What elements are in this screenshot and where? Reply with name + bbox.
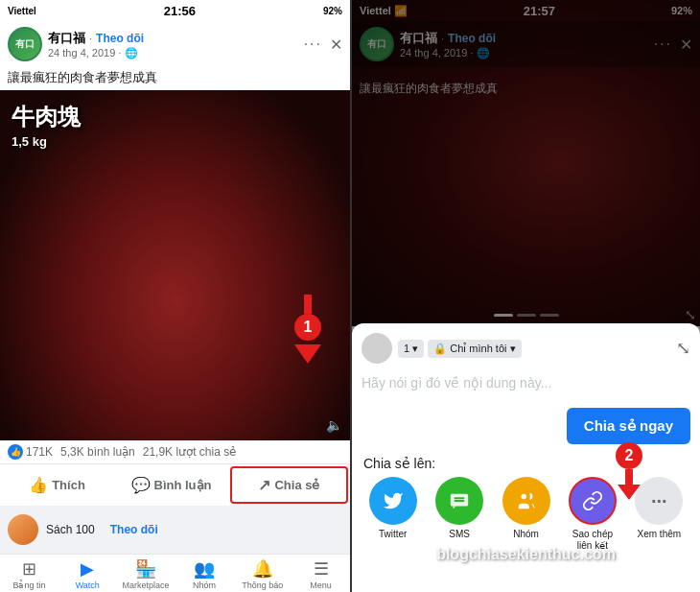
left-video-content: 牛肉塊 1,5 kg xyxy=(0,90,350,440)
nav-item-bangtin[interactable]: ⊞ Bảng tin xyxy=(0,558,58,590)
share-expand-icon[interactable]: ⤡ xyxy=(676,338,690,359)
left-arrow-stem xyxy=(304,295,312,314)
share-audience-dropdown1[interactable]: 1 ▾ xyxy=(398,340,424,358)
left-phone-panel: Viettel 21:56 92% 有口 有口福 · Theo dõi 24 t… xyxy=(0,0,350,592)
left-video-title: 牛肉塊 xyxy=(12,102,81,132)
nav-item-nhom[interactable]: 👥 Nhóm xyxy=(175,558,233,590)
bangtin-label: Bảng tin xyxy=(12,580,45,590)
left-next-post: Sách 100 Theo dõi xyxy=(0,506,350,554)
left-stats-row: 👍 171K 5,3K bình luận 21,9K lượt chia sẻ xyxy=(0,440,350,463)
share-option-sms[interactable]: SMS xyxy=(426,477,492,552)
nav-item-thongbao[interactable]: 🔔 Thông báo xyxy=(233,558,292,590)
thongbao-label: Thông báo xyxy=(242,580,283,590)
modal-backdrop[interactable] xyxy=(352,0,700,323)
left-follow-button[interactable]: Theo dõi xyxy=(96,32,144,45)
comment-label: Bình luận xyxy=(154,478,212,492)
close-post-icon[interactable]: ✕ xyxy=(330,36,342,54)
copy-link-icon xyxy=(569,477,617,525)
share-modal-overlay: 1 ▾ 🔒 Chỉ mình tôi ▾ ⤡ Hãy nói gì đó về … xyxy=(352,0,700,592)
left-preview-follow[interactable]: Theo dõi xyxy=(110,523,158,536)
left-status-bar: Viettel 21:56 92% xyxy=(0,0,350,21)
left-post-header: 有口 有口福 · Theo dõi 24 thg 4, 2019 · 🌐 ···… xyxy=(0,21,350,67)
twitter-icon xyxy=(369,477,417,525)
nhom-label: Nhóm xyxy=(193,580,216,590)
bangtin-icon: ⊞ xyxy=(22,558,36,580)
left-like-count: 171K xyxy=(26,445,53,459)
left-volume-icon[interactable]: 🔈 xyxy=(326,417,342,433)
comment-icon: 💬 xyxy=(131,476,151,494)
left-like-stat: 👍 171K xyxy=(8,444,53,460)
like-icon: 👍 xyxy=(29,476,48,494)
left-post-meta: 有口福 · Theo dõi 24 thg 4, 2019 · 🌐 xyxy=(48,30,304,59)
left-battery: 92% xyxy=(323,6,342,16)
more-share-label: Xem thêm xyxy=(638,529,682,540)
left-like-button[interactable]: 👍 Thích xyxy=(0,464,114,506)
right-arrow-down xyxy=(618,485,641,500)
share-user-row: 1 ▾ 🔒 Chỉ mình tôi ▾ ⤡ xyxy=(362,333,690,364)
nhom-share-label: Nhóm xyxy=(513,529,539,540)
left-time: 21:56 xyxy=(164,4,196,18)
left-account-name: 有口福 xyxy=(48,30,85,47)
left-weight-label: 1,5 kg xyxy=(12,134,81,149)
share-audience-dropdown2[interactable]: 🔒 Chỉ mình tôi ▾ xyxy=(428,340,521,358)
left-carrier: Viettel xyxy=(8,6,36,16)
like-label: Thích xyxy=(52,478,85,492)
left-comment-count: 5,3K bình luận xyxy=(60,445,135,459)
watch-label: Watch xyxy=(76,580,100,590)
left-arrow-annotation: 1 xyxy=(294,296,321,364)
share-now-row: Chia sẻ ngay 2 xyxy=(352,404,700,448)
share-options-row: Twitter SMS xyxy=(352,477,700,563)
share-option-nhom[interactable]: Nhóm xyxy=(493,477,559,552)
share-modal: 1 ▾ 🔒 Chỉ mình tôi ▾ ⤡ Hãy nói gì đó về … xyxy=(352,323,700,592)
right-number-badge: 2 xyxy=(616,442,642,469)
right-arrow-stem xyxy=(625,469,633,485)
left-post-date: 24 thg 4, 2019 · 🌐 xyxy=(48,47,304,59)
more-options-icon[interactable]: ··· xyxy=(304,36,322,53)
left-preview-name: Sách 100 xyxy=(46,523,95,536)
share-user-avatar xyxy=(362,333,392,364)
menu-label: Menu xyxy=(310,580,332,590)
menu-icon: ☰ xyxy=(314,558,329,580)
nav-item-menu[interactable]: ☰ Menu xyxy=(292,558,350,590)
share-label: Chia sẻ xyxy=(274,478,319,492)
left-preview-avatar xyxy=(8,514,38,545)
left-avatar: 有口 xyxy=(8,27,42,61)
thongbao-icon: 🔔 xyxy=(252,558,273,580)
left-share-button[interactable]: ↗ Chia sẻ xyxy=(230,466,348,504)
left-action-row: 👍 Thích 💬 Bình luận ↗ Chia sẻ xyxy=(0,463,350,506)
nhom-share-icon xyxy=(502,477,550,525)
left-like-emoji: 👍 xyxy=(8,444,23,460)
left-number-badge: 1 xyxy=(294,314,321,341)
left-share-count: 21,9K lượt chia sẻ xyxy=(143,445,236,459)
right-phone-panel: Viettel 📶 21:57 92% 有口 有口福 · Theo dõi 24… xyxy=(352,0,700,592)
share-text-input[interactable]: Hãy nói gì đó về nội dung này... xyxy=(362,371,690,394)
left-video-overlay: 牛肉塊 1,5 kg xyxy=(12,102,81,149)
left-post-caption: 讓最瘋狂的肉食者夢想成真 xyxy=(0,67,350,90)
right-arrow-annotation: 2 xyxy=(616,442,642,500)
share-to-label: Chia sẻ lên: xyxy=(352,448,700,477)
marketplace-label: Marketplace xyxy=(123,580,170,590)
svg-point-1 xyxy=(521,494,526,500)
share-compose-area: 1 ▾ 🔒 Chỉ mình tôi ▾ ⤡ Hãy nói gì đó về … xyxy=(352,323,700,404)
twitter-label: Twitter xyxy=(379,529,407,540)
copy-link-label: Sao chépliên kết xyxy=(572,529,613,552)
share-icon: ↗ xyxy=(258,476,270,494)
nav-item-watch[interactable]: ▶ Watch xyxy=(58,558,117,590)
nav-item-marketplace[interactable]: 🏪 Marketplace xyxy=(117,558,175,590)
left-bottom-nav: ⊞ Bảng tin ▶ Watch 🏪 Marketplace 👥 Nhóm … xyxy=(0,554,350,592)
sms-icon xyxy=(435,477,483,525)
left-header-icons: ··· ✕ xyxy=(304,36,342,54)
left-comment-button[interactable]: 💬 Bình luận xyxy=(114,464,228,506)
watch-icon: ▶ xyxy=(81,558,94,580)
left-arrow-down xyxy=(294,344,321,364)
left-video-area[interactable]: 牛肉塊 1,5 kg 1 🔈 xyxy=(0,90,350,440)
sms-label: SMS xyxy=(449,529,470,540)
nhom-icon: 👥 xyxy=(194,558,215,580)
share-dropdowns: 1 ▾ 🔒 Chỉ mình tôi ▾ xyxy=(398,340,522,358)
share-now-button[interactable]: Chia sẻ ngay xyxy=(567,408,690,444)
share-option-twitter[interactable]: Twitter xyxy=(360,477,426,552)
marketplace-icon: 🏪 xyxy=(135,558,156,580)
